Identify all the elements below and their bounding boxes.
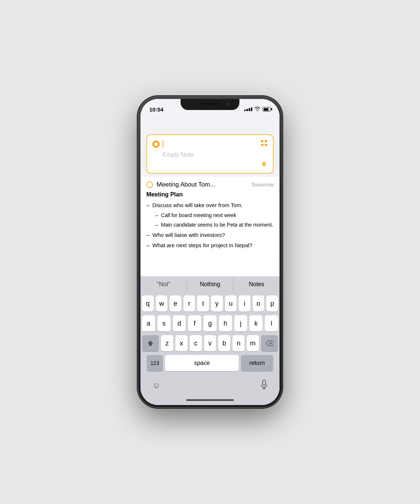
key-t[interactable]: t — [197, 295, 209, 312]
keyboard-row-3: z x c v b n m — [142, 335, 278, 351]
bullet-2: – Main candidate seems to be Peta at the… — [155, 221, 274, 229]
key-p[interactable]: p — [266, 295, 278, 312]
meeting-plan-title: Meeting Plan — [146, 191, 274, 198]
nav-bar — [140, 115, 280, 131]
battery-icon — [263, 107, 271, 111]
settings-icon[interactable] — [152, 161, 268, 168]
meeting-title: Meeting About Tom... — [157, 181, 248, 188]
meeting-note[interactable]: Meeting About Tom... Tomorrow Meeting Pl… — [140, 177, 280, 276]
key-i[interactable]: i — [239, 295, 250, 312]
grid-icon[interactable] — [260, 139, 268, 149]
notch — [181, 99, 239, 110]
key-l[interactable]: l — [265, 315, 278, 331]
key-d[interactable]: d — [173, 315, 186, 331]
delete-key[interactable] — [261, 335, 278, 351]
wifi-icon — [255, 107, 260, 112]
autocomplete-bar: "Not" Nothing Notes — [140, 276, 280, 292]
app-content: Empty Note Meeting About Tom... Tomorrow… — [140, 115, 280, 405]
bottom-toolbar: ☺ — [140, 376, 280, 395]
return-key[interactable]: return — [241, 355, 273, 371]
key-u[interactable]: u — [225, 295, 237, 312]
home-indicator-area — [140, 395, 280, 405]
key-c[interactable]: c — [190, 335, 202, 351]
autocomplete-nothing[interactable]: Nothing — [187, 276, 233, 292]
key-z[interactable]: z — [161, 335, 173, 351]
meeting-date: Tomorrow — [251, 182, 274, 188]
signal-icon — [244, 107, 252, 111]
front-camera — [226, 103, 229, 106]
keyboard-row-4: 123 space return — [142, 355, 278, 371]
key-q[interactable]: q — [142, 295, 154, 312]
key-m[interactable]: m — [247, 335, 259, 351]
note-status-icon — [152, 141, 160, 148]
keyboard: q w e r t y u i o p a s d f g — [140, 292, 280, 376]
new-note-card[interactable]: Empty Note — [146, 134, 274, 174]
bullet-3: – Who will liaise with investors? — [146, 231, 274, 239]
note-placeholder: Empty Note — [163, 152, 268, 158]
key-r[interactable]: r — [184, 295, 195, 312]
space-key[interactable]: space — [165, 355, 239, 371]
key-h[interactable]: h — [219, 315, 232, 331]
bullet-4: – What are next steps for project in Nep… — [146, 241, 274, 250]
microphone-icon[interactable] — [260, 380, 268, 391]
key-n[interactable]: n — [232, 335, 245, 351]
key-o[interactable]: o — [253, 295, 264, 312]
numbers-key[interactable]: 123 — [147, 355, 163, 371]
phone-screen: 10:54 — [140, 99, 280, 405]
keyboard-row-2: a s d f g h j k l — [142, 315, 278, 331]
key-s[interactable]: s — [157, 315, 171, 331]
svg-rect-1 — [265, 140, 267, 142]
shift-key[interactable] — [142, 335, 159, 351]
svg-marker-4 — [147, 341, 153, 346]
emoji-icon[interactable]: ☺ — [152, 381, 160, 390]
svg-rect-0 — [261, 140, 263, 142]
svg-rect-7 — [263, 380, 266, 385]
key-a[interactable]: a — [142, 315, 155, 331]
bullet-0: – Discuss who will take over from Tom. — [146, 201, 274, 210]
key-v[interactable]: v — [204, 335, 216, 351]
phone-device: 10:54 — [138, 97, 282, 407]
svg-rect-3 — [265, 144, 267, 146]
speaker — [201, 103, 219, 105]
text-cursor — [163, 141, 163, 148]
status-time: 10:54 — [149, 106, 163, 113]
bullet-1: – Call for board meeting next week — [155, 211, 274, 219]
key-w[interactable]: w — [156, 295, 168, 312]
meeting-content: – Discuss who will take over from Tom. –… — [146, 201, 274, 250]
key-b[interactable]: b — [218, 335, 230, 351]
svg-rect-2 — [261, 144, 263, 146]
key-g[interactable]: g — [203, 315, 217, 331]
meeting-status-icon — [146, 181, 153, 188]
key-j[interactable]: j — [234, 315, 248, 331]
key-y[interactable]: y — [211, 295, 223, 312]
key-x[interactable]: x — [175, 335, 188, 351]
home-indicator — [186, 399, 234, 401]
key-k[interactable]: k — [249, 315, 263, 331]
status-icons — [244, 107, 271, 112]
key-f[interactable]: f — [188, 315, 201, 331]
key-e[interactable]: e — [170, 295, 181, 312]
keyboard-row-1: q w e r t y u i o p — [142, 295, 278, 312]
autocomplete-not[interactable]: "Not" — [140, 276, 187, 292]
autocomplete-notes[interactable]: Notes — [234, 276, 280, 292]
